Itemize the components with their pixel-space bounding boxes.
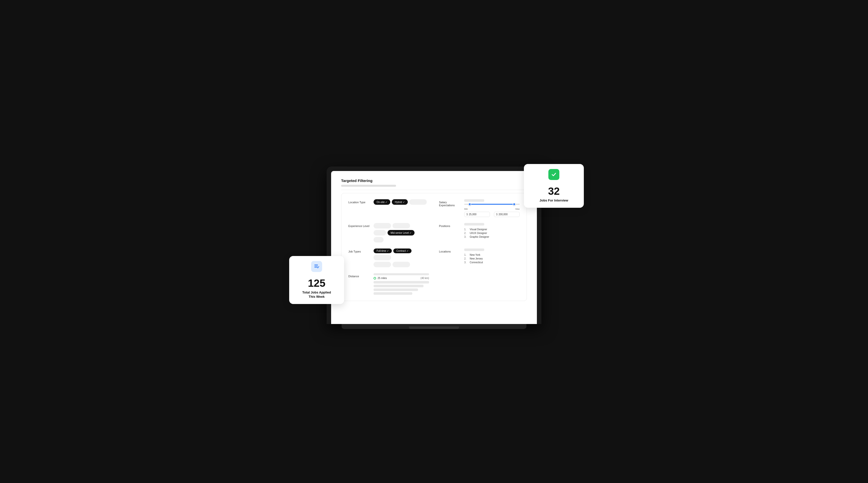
list-item: 3. Connecticut	[464, 260, 484, 264]
svg-rect-0	[314, 264, 318, 265]
locations-ghost-bar	[464, 249, 484, 251]
distance-ghost-1	[374, 281, 429, 284]
onsite-tag[interactable]: On-site ✓	[374, 199, 390, 205]
exp-ghost-4	[374, 237, 383, 243]
position-name: Graphic Designer	[470, 235, 489, 238]
experience-row: Experience Level Mid-senior Level ✓	[348, 223, 429, 243]
position-name: Visual Designer	[470, 228, 487, 231]
interview-card: 32 Jobs For Interview	[524, 164, 584, 208]
positions-section: 1. Visual Designer 2. UI/UX Designer 3.	[464, 223, 489, 239]
salary-labels: Min Max	[464, 208, 520, 210]
location-num: 1.	[464, 254, 468, 256]
salary-max-label: Max	[516, 208, 520, 210]
location-ghost-pill	[409, 199, 427, 205]
position-num: 2.	[464, 232, 468, 234]
mid-senior-tag[interactable]: Mid-senior Level ✓	[388, 230, 414, 235]
position-name: UI/UX Designer	[470, 232, 487, 234]
salary-thumb-min[interactable]	[468, 203, 471, 206]
experience-controls: Mid-senior Level ✓	[374, 223, 414, 243]
salary-slider-track[interactable]	[464, 204, 520, 205]
scene: 125 Total Jobs AppliedThis Week Targeted…	[297, 159, 571, 324]
job-ghost-row	[374, 262, 429, 267]
header-progress-bar	[341, 185, 396, 187]
salary-max-value: 200,000	[499, 213, 508, 216]
salary-min-value: 25,000	[469, 213, 477, 216]
salary-min-input[interactable]: $ 25,000	[464, 212, 490, 217]
salary-row: Salary Expectations Min	[439, 199, 520, 217]
location-type-controls: On-site ✓ Hybrid ✓	[374, 199, 429, 205]
job-types-controls: Full-time ✓ Contract ✓	[374, 249, 429, 267]
distance-ghost-top	[374, 273, 429, 275]
job-types-row: Job Types Full-time ✓ Contract ✓	[348, 249, 429, 267]
hybrid-label: Hybrid ✓	[395, 201, 405, 203]
total-jobs-number: 125	[295, 278, 338, 288]
locations-section: 1. New York 2. New Jersey 3.	[464, 249, 484, 264]
interview-label: Jobs For Interview	[530, 199, 578, 203]
mid-senior-label: Mid-senior Level ✓	[391, 231, 411, 234]
exp-row-3	[374, 237, 414, 243]
position-num: 1.	[464, 228, 468, 231]
salary-inputs: $ 25,000 $ 200,000	[464, 212, 520, 217]
locations-list: 1. New York 2. New Jersey 3.	[464, 253, 484, 264]
locations-row: Locations 1. New York 2.	[439, 249, 520, 267]
location-type-row: Location Type On-site ✓ Hybrid ✓	[348, 199, 429, 217]
salary-max-input[interactable]: $ 200,000	[494, 212, 520, 217]
salary-slider-fill	[470, 204, 514, 205]
position-num: 3.	[464, 235, 468, 238]
exp-ghost-2	[393, 223, 410, 228]
laptop-base-notch	[409, 326, 459, 329]
hybrid-tag[interactable]: Hybrid ✓	[392, 199, 408, 205]
location-type-label: Location Type	[348, 199, 370, 204]
interview-number: 32	[530, 186, 578, 197]
job-ghost-2	[374, 262, 391, 267]
fulltime-tag[interactable]: Full-time ✓	[374, 249, 392, 253]
distance-ghost-bars	[374, 281, 429, 295]
distance-ghost-2	[374, 285, 424, 287]
contract-label: Contract ✓	[396, 250, 408, 252]
total-jobs-label: Total Jobs AppliedThis Week	[295, 290, 338, 299]
job-types-label: Job Types	[348, 249, 370, 253]
laptop: Targeted Filtering Location Type On-site…	[327, 167, 541, 324]
location-num: 2.	[464, 257, 468, 260]
onsite-label: On-site ✓	[377, 201, 387, 203]
locations-label: Locations	[439, 249, 460, 253]
total-jobs-card: 125 Total Jobs AppliedThis Week	[289, 256, 344, 304]
list-item: 2. New Jersey	[464, 257, 484, 260]
list-check-icon	[313, 263, 320, 270]
distance-ghost-3	[374, 288, 418, 291]
exp-row-2: Mid-senior Level ✓	[374, 230, 414, 235]
positions-label: Positions	[439, 223, 460, 227]
list-item: 2. UI/UX Designer	[464, 231, 489, 235]
distance-ghost-4	[374, 292, 412, 295]
location-name: New York	[470, 254, 480, 256]
salary-max-currency: $	[496, 213, 498, 216]
card-icon-box	[311, 261, 322, 272]
screen-header: Targeted Filtering	[341, 178, 527, 187]
salary-thumb-max[interactable]	[513, 203, 516, 206]
location-num: 3.	[464, 261, 468, 264]
distance-value: 25 miles	[378, 277, 387, 280]
distance-section: 25 miles (40 km)	[374, 273, 429, 295]
distance-km: (40 km)	[421, 277, 429, 280]
salary-section: Min Max $ 25,000 $	[464, 199, 520, 217]
fulltime-label: Full-time ✓	[377, 250, 389, 252]
exp-ghost-1	[374, 223, 391, 228]
svg-rect-2	[314, 267, 317, 268]
positions-row: Positions 1. Visual Designer 2.	[439, 223, 520, 243]
contract-tag[interactable]: Contract ✓	[393, 249, 411, 253]
job-ghost-3	[393, 262, 410, 267]
list-item: 3. Graphic Designer	[464, 235, 489, 239]
salary-ghost-bar	[464, 199, 484, 202]
laptop-base	[342, 324, 526, 329]
distance-row: Distance 25 miles (40 km)	[348, 273, 429, 295]
salary-min-label: Min	[464, 208, 468, 210]
distance-dot	[374, 277, 376, 280]
filter-section: Location Type On-site ✓ Hybrid ✓	[341, 193, 527, 301]
checkmark-icon	[551, 171, 557, 178]
location-name: New Jersey	[470, 257, 483, 260]
positions-list: 1. Visual Designer 2. UI/UX Designer 3.	[464, 227, 489, 239]
experience-label: Experience Level	[348, 223, 370, 227]
svg-rect-1	[314, 266, 318, 266]
card-icon-green-box	[548, 169, 559, 180]
distance-indicator: 25 miles (40 km)	[374, 277, 429, 280]
